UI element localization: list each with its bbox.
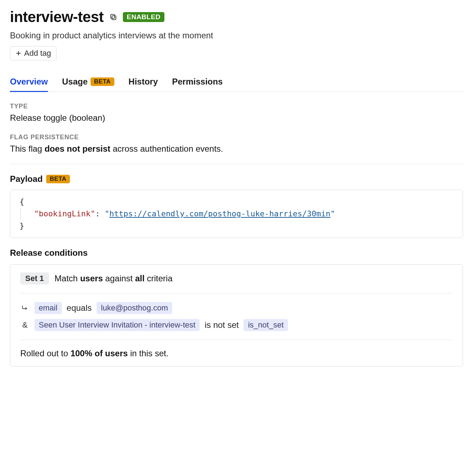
code-colon: : bbox=[95, 209, 105, 218]
inner-divider-top bbox=[20, 293, 453, 293]
release-heading: Release conditions bbox=[10, 248, 463, 258]
payload-heading-text: Payload bbox=[10, 174, 43, 184]
tab-permissions[interactable]: Permissions bbox=[172, 75, 223, 92]
plus-icon bbox=[15, 50, 22, 56]
divider bbox=[10, 164, 463, 164]
type-value: Release toggle (boolean) bbox=[10, 113, 463, 123]
persistence-value: This flag does not persist across authen… bbox=[10, 144, 463, 154]
payload-heading: Payload BETA bbox=[10, 174, 463, 184]
add-tag-label: Add tag bbox=[24, 49, 51, 58]
persistence-suffix: across authentication events. bbox=[110, 144, 223, 153]
persistence-prefix: This flag bbox=[10, 144, 44, 153]
match-users: users bbox=[80, 274, 103, 283]
child-arrow-icon bbox=[21, 304, 28, 312]
code-close-brace: } bbox=[20, 221, 24, 230]
copy-name-button[interactable] bbox=[108, 12, 119, 22]
condition-row-1: email equals luke@posthog.com bbox=[20, 302, 453, 314]
rollout-suffix: in this set. bbox=[128, 348, 169, 358]
match-mid: against bbox=[103, 274, 135, 283]
rollout-pct: 100% of users bbox=[70, 348, 127, 358]
code-quote-open: " bbox=[105, 209, 109, 218]
page-subtitle: Booking in product analytics interviews … bbox=[10, 31, 463, 40]
condition-value: luke@posthog.com bbox=[97, 302, 172, 314]
persistence-strong: does not persist bbox=[44, 144, 110, 153]
code-key: "bookingLink" bbox=[34, 209, 95, 218]
type-label: TYPE bbox=[10, 103, 463, 110]
rollout-prefix: Rolled out to bbox=[20, 348, 70, 358]
beta-badge-payload: BETA bbox=[46, 175, 70, 183]
tab-usage-label: Usage bbox=[62, 77, 88, 87]
rollout-text: Rolled out to 100% of users in this set. bbox=[20, 348, 453, 358]
condition-property: email bbox=[34, 302, 62, 314]
code-quote-close: " bbox=[330, 209, 335, 218]
and-symbol: & bbox=[20, 320, 29, 330]
condition-property: Seen User Interview Invitation - intervi… bbox=[34, 319, 200, 331]
page-header: interview-test ENABLED bbox=[10, 9, 463, 26]
inner-divider-bottom bbox=[20, 340, 453, 340]
add-tag-button[interactable]: Add tag bbox=[10, 46, 56, 60]
first-condition-icon bbox=[20, 304, 29, 312]
payload-code: { "bookingLink": "https://calendly.com/p… bbox=[10, 190, 463, 238]
condition-row-2: & Seen User Interview Invitation - inter… bbox=[20, 319, 453, 331]
tab-overview[interactable]: Overview bbox=[10, 75, 48, 92]
condition-operator: is not set bbox=[205, 320, 239, 330]
match-all: all bbox=[135, 274, 145, 283]
svg-rect-1 bbox=[110, 15, 114, 18]
beta-badge: BETA bbox=[91, 77, 114, 86]
payload-url-link[interactable]: https://calendly.com/posthog-luke-harrie… bbox=[109, 209, 331, 218]
tab-history-label: History bbox=[129, 77, 158, 87]
status-badge: ENABLED bbox=[123, 12, 164, 22]
page-title: interview-test bbox=[10, 9, 104, 26]
code-open-brace: { bbox=[20, 197, 24, 206]
condition-value: is_not_set bbox=[244, 319, 288, 331]
tabs: Overview Usage BETA History Permissions bbox=[10, 75, 463, 92]
tab-permissions-label: Permissions bbox=[172, 77, 223, 87]
svg-rect-0 bbox=[112, 16, 116, 20]
match-text: Match users against all criteria bbox=[55, 274, 173, 283]
release-match-header: Set 1 Match users against all criteria bbox=[20, 272, 453, 285]
copy-icon bbox=[109, 13, 117, 21]
tab-overview-label: Overview bbox=[10, 77, 48, 87]
release-heading-text: Release conditions bbox=[10, 248, 88, 258]
release-conditions-box: Set 1 Match users against all criteria e… bbox=[10, 264, 463, 367]
condition-operator: equals bbox=[67, 303, 92, 313]
tab-history[interactable]: History bbox=[129, 75, 158, 92]
tab-usage[interactable]: Usage BETA bbox=[62, 75, 114, 92]
match-prefix: Match bbox=[55, 274, 80, 283]
match-suffix: criteria bbox=[145, 274, 173, 283]
set-chip: Set 1 bbox=[20, 272, 49, 285]
persistence-label: FLAG PERSISTENCE bbox=[10, 134, 463, 141]
